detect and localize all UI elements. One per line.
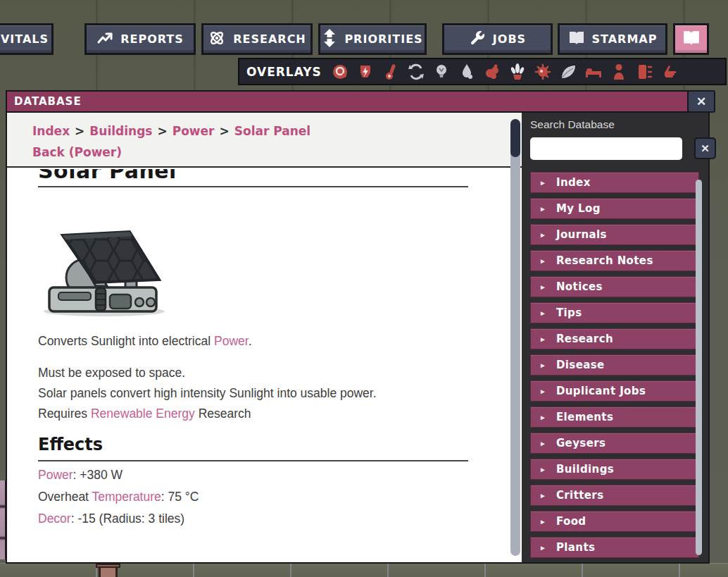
sidebar-item-label: Tips <box>556 306 582 319</box>
trend-up-icon <box>96 30 113 49</box>
effect-power: Power: +380 W <box>38 466 494 483</box>
background-pipe-collar <box>96 564 120 568</box>
content-scrollbar[interactable] <box>510 119 520 556</box>
oxygen-overlay-icon[interactable] <box>331 62 350 81</box>
expand-arrow-icon: ► <box>539 492 546 500</box>
effects-heading: Effects <box>38 435 494 454</box>
sidebar-item-disease[interactable]: ►Disease <box>530 354 699 376</box>
breadcrumb-solar-panel-link[interactable]: Solar Panel <box>234 124 310 138</box>
database-panel: DATABASE ✕ Index>Buildings>Power>Solar P… <box>6 90 710 564</box>
temperature-overlay-icon[interactable] <box>382 62 401 81</box>
tab-vitals-label: VITALS <box>1 32 49 46</box>
ventilation-overlay-icon[interactable] <box>483 62 502 81</box>
sidebar-item-geysers[interactable]: ►Geysers <box>530 433 699 454</box>
sidebar-item-label: Food <box>556 515 586 528</box>
sidebar-item-duplicant-jobs[interactable]: ►Duplicant Jobs <box>530 380 699 402</box>
tab-priorities[interactable]: PRIORITIES <box>318 23 427 55</box>
breadcrumb-buildings-link[interactable]: Buildings <box>89 124 152 138</box>
sidebar-item-label: Geysers <box>556 437 606 449</box>
plumbing-overlay-icon[interactable] <box>458 62 477 81</box>
entry-link[interactable]: Decor <box>38 511 71 526</box>
overlays-toolbar: OVERLAYS <box>238 58 727 85</box>
sidebar-item-journals[interactable]: ►Journals <box>530 224 699 245</box>
sidebar-item-notices[interactable]: ►Notices <box>530 276 699 297</box>
expand-arrow-icon: ► <box>539 440 546 447</box>
tab-research[interactable]: RESEARCH <box>201 23 313 55</box>
sidebar-item-elements[interactable]: ►Elements <box>530 407 699 428</box>
entry-link[interactable]: Power <box>38 468 73 482</box>
sidebar-item-critters[interactable]: ►Critters <box>530 485 699 506</box>
sidebar-item-label: Disease <box>556 359 605 371</box>
entry-link[interactable]: Renewable Energy <box>91 407 195 421</box>
breadcrumb-index-link[interactable]: Index <box>32 124 70 138</box>
tab-vitals[interactable]: VITALS <box>0 23 54 55</box>
search-label: Search Database <box>530 118 708 131</box>
database-panel-header: DATABASE ✕ <box>7 92 708 113</box>
entry-research-requirement: Requires Renewable Energy Research <box>38 405 494 422</box>
sidebar-item-label: Journals <box>556 228 607 241</box>
disease-overlay-icon[interactable] <box>534 62 553 81</box>
close-database-button[interactable]: ✕ <box>687 90 715 113</box>
breadcrumb-separator: > <box>219 124 229 138</box>
database-button[interactable] <box>673 23 709 55</box>
expand-arrow-icon: ► <box>539 414 546 421</box>
title-divider <box>38 186 468 187</box>
entry-description: Converts Sunlight into electrical Power. <box>38 333 494 349</box>
tab-research-label: RESEARCH <box>233 32 306 46</box>
up-down-arrows-icon <box>322 29 337 50</box>
entry-content: Solar Panel <box>7 169 525 562</box>
tab-reports-label: REPORTS <box>120 32 184 46</box>
sidebar-item-label: Critters <box>556 489 604 502</box>
expand-arrow-icon: ► <box>539 361 546 369</box>
sidebar-item-label: Plants <box>556 541 595 554</box>
sidebar-scrollbar[interactable] <box>696 180 702 555</box>
tab-jobs[interactable]: JOBS <box>442 23 553 55</box>
database-panel-title: DATABASE <box>14 95 82 108</box>
tab-starmap[interactable]: STARMAP <box>558 23 667 55</box>
expand-arrow-icon: ► <box>539 205 546 213</box>
content-scrollbar-thumb[interactable] <box>510 119 520 157</box>
effect-overheat-temperature: Overheat Temperature: 75 °C <box>38 488 494 505</box>
tab-priorities-label: PRIORITIES <box>344 32 422 46</box>
entry-link[interactable]: Temperature <box>92 490 161 504</box>
breadcrumb-power-link[interactable]: Power <box>172 124 215 138</box>
sidebar-item-label: Notices <box>556 280 603 293</box>
sidebar-item-plants[interactable]: ►Plants <box>530 537 699 558</box>
entry-link[interactable]: Power <box>214 334 249 348</box>
open-book-icon <box>568 30 585 49</box>
back-link[interactable]: Back (Power) <box>32 145 122 159</box>
rooms-overlay-icon[interactable] <box>584 62 603 81</box>
sidebar-item-tips[interactable]: ►Tips <box>530 302 699 323</box>
farming-overlay-icon[interactable] <box>508 62 527 81</box>
tab-starmap-label: STARMAP <box>592 32 658 46</box>
database-category-list: ►Index ►My Log ►Journals ►Research Notes… <box>530 172 708 558</box>
sidebar-item-index[interactable]: ►Index <box>530 172 699 193</box>
wrench-icon <box>469 30 486 49</box>
expand-arrow-icon: ► <box>539 387 546 395</box>
decor-overlay-icon[interactable] <box>559 62 578 81</box>
priority-overlay-icon[interactable] <box>660 62 679 81</box>
sidebar-item-research-notes[interactable]: ►Research Notes <box>530 250 699 271</box>
crew-overlay-icon[interactable] <box>610 62 629 81</box>
close-icon: ✕ <box>696 94 706 109</box>
sidebar-item-food[interactable]: ►Food <box>530 511 699 532</box>
tab-reports[interactable]: REPORTS <box>84 23 196 55</box>
search-input[interactable] <box>530 137 682 160</box>
clear-search-button[interactable]: ✕ <box>694 137 716 159</box>
light-overlay-icon[interactable] <box>432 62 451 81</box>
expand-arrow-icon: ► <box>539 257 546 265</box>
sidebar-item-my-log[interactable]: ►My Log <box>530 198 699 219</box>
automation-overlay-icon[interactable] <box>635 62 654 81</box>
sidebar-item-research[interactable]: ►Research <box>530 328 699 349</box>
sidebar-item-buildings[interactable]: ►Buildings <box>530 459 699 480</box>
tab-jobs-label: JOBS <box>493 32 526 46</box>
materials-overlay-icon[interactable] <box>407 62 426 81</box>
expand-arrow-icon: ► <box>539 466 546 473</box>
sidebar-item-label: Buildings <box>556 463 614 476</box>
breadcrumb: Index>Buildings>Power>Solar Panel <box>32 124 525 138</box>
game-screen: VITALS REPORTS RESEARCH PRIORITIES JOBS … <box>0 0 728 577</box>
entry-requirement: Must be exposed to space. <box>38 364 494 381</box>
sidebar-item-label: Research <box>556 333 613 345</box>
breadcrumb-bar: Index>Buildings>Power>Solar Panel Back (… <box>7 113 525 168</box>
power-overlay-icon[interactable] <box>356 62 375 81</box>
